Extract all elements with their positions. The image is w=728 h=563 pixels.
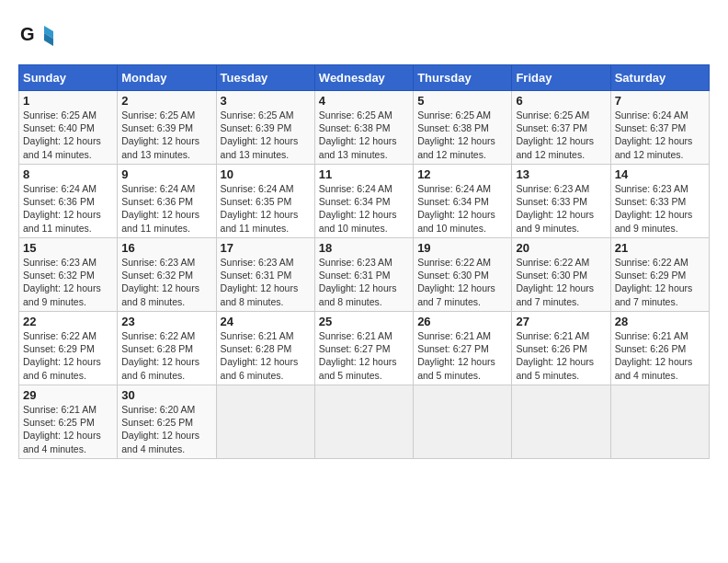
day-number: 7 — [615, 94, 705, 108]
calendar-cell: 12Sunrise: 6:24 AM Sunset: 6:34 PM Dayli… — [414, 165, 512, 238]
calendar-table: SundayMondayTuesdayWednesdayThursdayFrid… — [18, 64, 710, 459]
weekday-row: SundayMondayTuesdayWednesdayThursdayFrid… — [19, 65, 710, 91]
day-info: Sunrise: 6:21 AM Sunset: 6:26 PM Dayligh… — [516, 329, 606, 382]
calendar-cell: 18Sunrise: 6:23 AM Sunset: 6:31 PM Dayli… — [314, 238, 413, 312]
day-number: 8 — [23, 167, 113, 181]
calendar-cell — [414, 385, 512, 459]
calendar-cell: 29Sunrise: 6:21 AM Sunset: 6:25 PM Dayli… — [19, 385, 118, 459]
day-number: 15 — [23, 241, 113, 255]
day-info: Sunrise: 6:23 AM Sunset: 6:32 PM Dayligh… — [121, 256, 211, 308]
day-info: Sunrise: 6:21 AM Sunset: 6:27 PM Dayligh… — [417, 329, 507, 382]
calendar-cell: 16Sunrise: 6:23 AM Sunset: 6:32 PM Dayli… — [118, 238, 216, 312]
day-info: Sunrise: 6:24 AM Sunset: 6:35 PM Dayligh… — [221, 182, 311, 235]
weekday-header-tuesday: Tuesday — [216, 65, 314, 91]
day-number: 20 — [516, 241, 606, 255]
weekday-header-friday: Friday — [512, 65, 610, 91]
day-info: Sunrise: 6:21 AM Sunset: 6:28 PM Dayligh… — [221, 329, 311, 382]
day-info: Sunrise: 6:21 AM Sunset: 6:27 PM Dayligh… — [319, 329, 409, 382]
calendar-week-1: 1Sunrise: 6:25 AM Sunset: 6:40 PM Daylig… — [19, 91, 710, 165]
calendar-cell — [610, 385, 709, 459]
day-info: Sunrise: 6:21 AM Sunset: 6:26 PM Dayligh… — [615, 329, 705, 382]
day-info: Sunrise: 6:25 AM Sunset: 6:38 PM Dayligh… — [417, 109, 507, 161]
day-number: 27 — [516, 315, 606, 328]
day-number: 16 — [121, 241, 211, 255]
day-number: 23 — [121, 315, 211, 328]
day-info: Sunrise: 6:24 AM Sunset: 6:36 PM Dayligh… — [121, 182, 211, 235]
day-info: Sunrise: 6:24 AM Sunset: 6:36 PM Dayligh… — [23, 182, 113, 235]
day-info: Sunrise: 6:22 AM Sunset: 6:29 PM Dayligh… — [23, 329, 113, 382]
day-number: 25 — [319, 315, 409, 328]
calendar-cell: 24Sunrise: 6:21 AM Sunset: 6:28 PM Dayli… — [216, 312, 314, 385]
calendar-cell: 14Sunrise: 6:23 AM Sunset: 6:33 PM Dayli… — [610, 165, 709, 238]
day-number: 22 — [23, 315, 113, 328]
day-number: 3 — [221, 94, 311, 108]
day-info: Sunrise: 6:22 AM Sunset: 6:30 PM Dayligh… — [417, 256, 507, 308]
calendar-week-2: 8Sunrise: 6:24 AM Sunset: 6:36 PM Daylig… — [19, 165, 710, 238]
day-info: Sunrise: 6:23 AM Sunset: 6:31 PM Dayligh… — [221, 256, 311, 308]
day-number: 6 — [516, 94, 606, 108]
calendar-cell: 11Sunrise: 6:24 AM Sunset: 6:34 PM Dayli… — [314, 165, 413, 238]
day-number: 18 — [319, 241, 409, 255]
day-number: 11 — [319, 167, 409, 181]
calendar-header: SundayMondayTuesdayWednesdayThursdayFrid… — [19, 65, 710, 91]
day-info: Sunrise: 6:24 AM Sunset: 6:34 PM Dayligh… — [319, 182, 409, 235]
day-number: 12 — [417, 167, 507, 181]
weekday-header-saturday: Saturday — [610, 65, 709, 91]
calendar-cell: 21Sunrise: 6:22 AM Sunset: 6:29 PM Dayli… — [610, 238, 709, 312]
day-number: 21 — [615, 241, 705, 255]
calendar-cell: 4Sunrise: 6:25 AM Sunset: 6:38 PM Daylig… — [314, 91, 413, 165]
calendar-cell: 1Sunrise: 6:25 AM Sunset: 6:40 PM Daylig… — [19, 91, 118, 165]
day-number: 26 — [417, 315, 507, 328]
day-info: Sunrise: 6:23 AM Sunset: 6:33 PM Dayligh… — [516, 182, 606, 235]
logo: G — [18, 18, 59, 55]
day-info: Sunrise: 6:25 AM Sunset: 6:39 PM Dayligh… — [221, 109, 311, 161]
day-number: 9 — [121, 167, 211, 181]
day-info: Sunrise: 6:24 AM Sunset: 6:34 PM Dayligh… — [417, 182, 507, 235]
weekday-header-wednesday: Wednesday — [314, 65, 413, 91]
calendar-cell: 28Sunrise: 6:21 AM Sunset: 6:26 PM Dayli… — [610, 312, 709, 385]
calendar-cell: 2Sunrise: 6:25 AM Sunset: 6:39 PM Daylig… — [118, 91, 216, 165]
weekday-header-sunday: Sunday — [19, 65, 118, 91]
calendar-cell: 7Sunrise: 6:24 AM Sunset: 6:37 PM Daylig… — [610, 91, 709, 165]
day-info: Sunrise: 6:24 AM Sunset: 6:37 PM Dayligh… — [615, 109, 705, 161]
calendar-body: 1Sunrise: 6:25 AM Sunset: 6:40 PM Daylig… — [19, 91, 710, 459]
weekday-header-thursday: Thursday — [414, 65, 512, 91]
calendar-cell: 27Sunrise: 6:21 AM Sunset: 6:26 PM Dayli… — [512, 312, 610, 385]
calendar-cell: 23Sunrise: 6:22 AM Sunset: 6:28 PM Dayli… — [118, 312, 216, 385]
svg-text:G: G — [20, 24, 35, 44]
calendar-cell: 17Sunrise: 6:23 AM Sunset: 6:31 PM Dayli… — [216, 238, 314, 312]
calendar-cell: 8Sunrise: 6:24 AM Sunset: 6:36 PM Daylig… — [19, 165, 118, 238]
logo-icon: G — [18, 18, 55, 55]
day-info: Sunrise: 6:21 AM Sunset: 6:25 PM Dayligh… — [23, 403, 113, 455]
day-number: 1 — [23, 94, 113, 108]
day-number: 19 — [417, 241, 507, 255]
day-number: 13 — [516, 167, 606, 181]
day-info: Sunrise: 6:25 AM Sunset: 6:38 PM Dayligh… — [319, 109, 409, 161]
calendar-cell: 9Sunrise: 6:24 AM Sunset: 6:36 PM Daylig… — [118, 165, 216, 238]
calendar-cell: 25Sunrise: 6:21 AM Sunset: 6:27 PM Dayli… — [314, 312, 413, 385]
calendar-cell: 20Sunrise: 6:22 AM Sunset: 6:30 PM Dayli… — [512, 238, 610, 312]
day-info: Sunrise: 6:20 AM Sunset: 6:25 PM Dayligh… — [121, 403, 211, 455]
day-number: 29 — [23, 388, 113, 402]
day-number: 24 — [221, 315, 311, 328]
day-info: Sunrise: 6:23 AM Sunset: 6:33 PM Dayligh… — [615, 182, 705, 235]
day-number: 17 — [221, 241, 311, 255]
page-header: G — [18, 18, 710, 55]
calendar-cell: 13Sunrise: 6:23 AM Sunset: 6:33 PM Dayli… — [512, 165, 610, 238]
day-info: Sunrise: 6:23 AM Sunset: 6:31 PM Dayligh… — [319, 256, 409, 308]
day-number: 28 — [615, 315, 705, 328]
calendar-cell: 22Sunrise: 6:22 AM Sunset: 6:29 PM Dayli… — [19, 312, 118, 385]
day-number: 14 — [615, 167, 705, 181]
weekday-header-monday: Monday — [118, 65, 216, 91]
day-info: Sunrise: 6:25 AM Sunset: 6:39 PM Dayligh… — [121, 109, 211, 161]
calendar-week-3: 15Sunrise: 6:23 AM Sunset: 6:32 PM Dayli… — [19, 238, 710, 312]
calendar-week-4: 22Sunrise: 6:22 AM Sunset: 6:29 PM Dayli… — [19, 312, 710, 385]
calendar-cell: 15Sunrise: 6:23 AM Sunset: 6:32 PM Dayli… — [19, 238, 118, 312]
calendar-cell: 6Sunrise: 6:25 AM Sunset: 6:37 PM Daylig… — [512, 91, 610, 165]
day-number: 10 — [221, 167, 311, 181]
day-number: 30 — [121, 388, 211, 402]
calendar-cell: 3Sunrise: 6:25 AM Sunset: 6:39 PM Daylig… — [216, 91, 314, 165]
calendar-cell — [512, 385, 610, 459]
calendar-cell: 10Sunrise: 6:24 AM Sunset: 6:35 PM Dayli… — [216, 165, 314, 238]
day-info: Sunrise: 6:25 AM Sunset: 6:40 PM Dayligh… — [23, 109, 113, 161]
